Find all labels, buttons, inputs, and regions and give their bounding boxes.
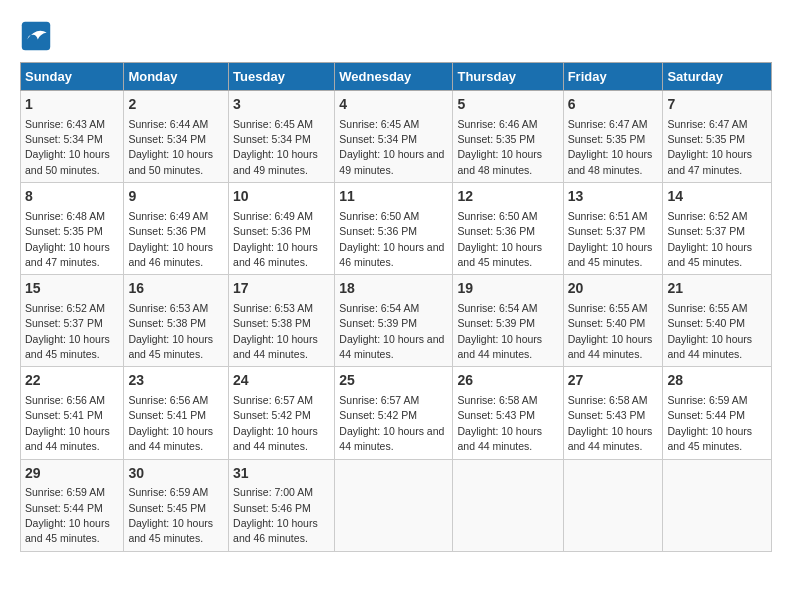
- daylight-text: Daylight: 10 hours and 46 minutes.: [339, 241, 444, 268]
- sunset-text: Sunset: 5:41 PM: [25, 409, 103, 421]
- sunset-text: Sunset: 5:35 PM: [568, 133, 646, 145]
- day-number: 25: [339, 371, 448, 391]
- sunset-text: Sunset: 5:35 PM: [25, 225, 103, 237]
- day-number: 12: [457, 187, 558, 207]
- calendar-cell: [335, 459, 453, 551]
- day-number: 23: [128, 371, 224, 391]
- day-number: 1: [25, 95, 119, 115]
- sunrise-text: Sunrise: 6:56 AM: [128, 394, 208, 406]
- sunrise-text: Sunrise: 6:49 AM: [128, 210, 208, 222]
- sunrise-text: Sunrise: 6:53 AM: [233, 302, 313, 314]
- day-number: 29: [25, 464, 119, 484]
- sunset-text: Sunset: 5:45 PM: [128, 502, 206, 514]
- week-row-2: 8Sunrise: 6:48 AMSunset: 5:35 PMDaylight…: [21, 183, 772, 275]
- sunset-text: Sunset: 5:36 PM: [233, 225, 311, 237]
- calendar-cell: 27Sunrise: 6:58 AMSunset: 5:43 PMDayligh…: [563, 367, 663, 459]
- sunrise-text: Sunrise: 6:58 AM: [568, 394, 648, 406]
- day-number: 24: [233, 371, 330, 391]
- sunrise-text: Sunrise: 6:53 AM: [128, 302, 208, 314]
- daylight-text: Daylight: 10 hours and 45 minutes.: [25, 517, 110, 544]
- sunrise-text: Sunrise: 6:57 AM: [233, 394, 313, 406]
- daylight-text: Daylight: 10 hours and 44 minutes.: [233, 333, 318, 360]
- sunrise-text: Sunrise: 6:50 AM: [339, 210, 419, 222]
- sunrise-text: Sunrise: 6:46 AM: [457, 118, 537, 130]
- day-number: 10: [233, 187, 330, 207]
- sunset-text: Sunset: 5:37 PM: [568, 225, 646, 237]
- daylight-text: Daylight: 10 hours and 45 minutes.: [25, 333, 110, 360]
- sunset-text: Sunset: 5:44 PM: [25, 502, 103, 514]
- calendar-cell: 21Sunrise: 6:55 AMSunset: 5:40 PMDayligh…: [663, 275, 772, 367]
- daylight-text: Daylight: 10 hours and 44 minutes.: [128, 425, 213, 452]
- day-number: 3: [233, 95, 330, 115]
- day-number: 26: [457, 371, 558, 391]
- calendar-cell: 18Sunrise: 6:54 AMSunset: 5:39 PMDayligh…: [335, 275, 453, 367]
- calendar-cell: 1Sunrise: 6:43 AMSunset: 5:34 PMDaylight…: [21, 91, 124, 183]
- sunrise-text: Sunrise: 6:55 AM: [667, 302, 747, 314]
- calendar-cell: 28Sunrise: 6:59 AMSunset: 5:44 PMDayligh…: [663, 367, 772, 459]
- daylight-text: Daylight: 10 hours and 45 minutes.: [128, 517, 213, 544]
- daylight-text: Daylight: 10 hours and 44 minutes.: [339, 333, 444, 360]
- column-header-friday: Friday: [563, 63, 663, 91]
- sunset-text: Sunset: 5:38 PM: [128, 317, 206, 329]
- calendar-cell: 30Sunrise: 6:59 AMSunset: 5:45 PMDayligh…: [124, 459, 229, 551]
- daylight-text: Daylight: 10 hours and 50 minutes.: [25, 148, 110, 175]
- calendar-cell: 4Sunrise: 6:45 AMSunset: 5:34 PMDaylight…: [335, 91, 453, 183]
- daylight-text: Daylight: 10 hours and 44 minutes.: [457, 333, 542, 360]
- sunrise-text: Sunrise: 7:00 AM: [233, 486, 313, 498]
- daylight-text: Daylight: 10 hours and 44 minutes.: [568, 333, 653, 360]
- sunrise-text: Sunrise: 6:56 AM: [25, 394, 105, 406]
- calendar-cell: 10Sunrise: 6:49 AMSunset: 5:36 PMDayligh…: [229, 183, 335, 275]
- daylight-text: Daylight: 10 hours and 45 minutes.: [128, 333, 213, 360]
- sunset-text: Sunset: 5:46 PM: [233, 502, 311, 514]
- sunset-text: Sunset: 5:37 PM: [25, 317, 103, 329]
- sunset-text: Sunset: 5:34 PM: [25, 133, 103, 145]
- day-number: 13: [568, 187, 659, 207]
- day-number: 8: [25, 187, 119, 207]
- sunrise-text: Sunrise: 6:48 AM: [25, 210, 105, 222]
- calendar-cell: 3Sunrise: 6:45 AMSunset: 5:34 PMDaylight…: [229, 91, 335, 183]
- day-number: 18: [339, 279, 448, 299]
- daylight-text: Daylight: 10 hours and 44 minutes.: [25, 425, 110, 452]
- logo: [20, 20, 56, 52]
- daylight-text: Daylight: 10 hours and 49 minutes.: [339, 148, 444, 175]
- daylight-text: Daylight: 10 hours and 44 minutes.: [667, 333, 752, 360]
- column-header-saturday: Saturday: [663, 63, 772, 91]
- calendar-cell: 2Sunrise: 6:44 AMSunset: 5:34 PMDaylight…: [124, 91, 229, 183]
- column-header-tuesday: Tuesday: [229, 63, 335, 91]
- calendar-cell: [663, 459, 772, 551]
- day-number: 28: [667, 371, 767, 391]
- sunrise-text: Sunrise: 6:58 AM: [457, 394, 537, 406]
- calendar-cell: 12Sunrise: 6:50 AMSunset: 5:36 PMDayligh…: [453, 183, 563, 275]
- day-number: 2: [128, 95, 224, 115]
- daylight-text: Daylight: 10 hours and 44 minutes.: [339, 425, 444, 452]
- sunset-text: Sunset: 5:36 PM: [457, 225, 535, 237]
- calendar-cell: 29Sunrise: 6:59 AMSunset: 5:44 PMDayligh…: [21, 459, 124, 551]
- daylight-text: Daylight: 10 hours and 47 minutes.: [25, 241, 110, 268]
- day-number: 9: [128, 187, 224, 207]
- daylight-text: Daylight: 10 hours and 44 minutes.: [457, 425, 542, 452]
- sunrise-text: Sunrise: 6:59 AM: [25, 486, 105, 498]
- sunrise-text: Sunrise: 6:45 AM: [339, 118, 419, 130]
- calendar-cell: 6Sunrise: 6:47 AMSunset: 5:35 PMDaylight…: [563, 91, 663, 183]
- day-number: 19: [457, 279, 558, 299]
- sunset-text: Sunset: 5:34 PM: [339, 133, 417, 145]
- column-header-monday: Monday: [124, 63, 229, 91]
- calendar-cell: 26Sunrise: 6:58 AMSunset: 5:43 PMDayligh…: [453, 367, 563, 459]
- sunrise-text: Sunrise: 6:55 AM: [568, 302, 648, 314]
- column-header-wednesday: Wednesday: [335, 63, 453, 91]
- day-number: 31: [233, 464, 330, 484]
- day-number: 14: [667, 187, 767, 207]
- sunrise-text: Sunrise: 6:43 AM: [25, 118, 105, 130]
- day-number: 27: [568, 371, 659, 391]
- sunset-text: Sunset: 5:39 PM: [457, 317, 535, 329]
- sunset-text: Sunset: 5:40 PM: [667, 317, 745, 329]
- daylight-text: Daylight: 10 hours and 45 minutes.: [457, 241, 542, 268]
- sunrise-text: Sunrise: 6:47 AM: [667, 118, 747, 130]
- calendar-cell: 7Sunrise: 6:47 AMSunset: 5:35 PMDaylight…: [663, 91, 772, 183]
- daylight-text: Daylight: 10 hours and 48 minutes.: [457, 148, 542, 175]
- daylight-text: Daylight: 10 hours and 45 minutes.: [568, 241, 653, 268]
- sunrise-text: Sunrise: 6:59 AM: [128, 486, 208, 498]
- day-number: 4: [339, 95, 448, 115]
- sunrise-text: Sunrise: 6:51 AM: [568, 210, 648, 222]
- sunset-text: Sunset: 5:43 PM: [457, 409, 535, 421]
